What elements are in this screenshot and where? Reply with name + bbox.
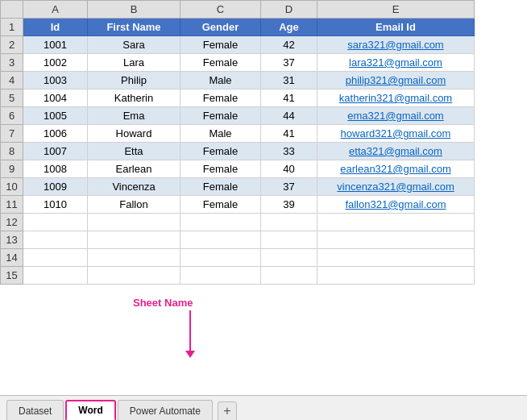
cell-email: katherin321@gmail.com xyxy=(317,89,475,107)
cell-age: 44 xyxy=(261,107,317,125)
arrow-line xyxy=(189,310,191,351)
col-B: B xyxy=(88,1,181,19)
cell-age: 39 xyxy=(261,196,317,214)
cell-age: 37 xyxy=(261,54,317,72)
cell-id: 1010 xyxy=(23,196,88,214)
tab-word[interactable]: Word xyxy=(65,400,115,420)
cell-id: 1001 xyxy=(23,36,88,54)
cell-id: 1003 xyxy=(23,72,88,89)
row-num-10: 10 xyxy=(1,178,23,196)
header-gender: Gender xyxy=(181,19,261,36)
col-E: E xyxy=(317,1,475,19)
cell-age: 41 xyxy=(261,89,317,107)
empty-row: 13 xyxy=(1,231,475,249)
row-num-15: 15 xyxy=(1,267,23,285)
cell-id: 1002 xyxy=(23,54,88,72)
cell-first-name: Ema xyxy=(88,107,181,125)
empty-cell xyxy=(88,249,181,267)
empty-row: 12 xyxy=(1,214,475,231)
empty-cell xyxy=(23,267,88,285)
empty-cell xyxy=(88,267,181,285)
col-C: C xyxy=(181,1,261,19)
empty-cell xyxy=(317,231,475,249)
empty-cell xyxy=(261,214,317,231)
cell-gender: Female xyxy=(181,107,261,125)
row-num-7: 7 xyxy=(1,125,23,143)
table-row: 5 1004 Katherin Female 41 katherin321@gm… xyxy=(1,89,475,107)
cell-first-name: Philip xyxy=(88,72,181,89)
cell-id: 1005 xyxy=(23,107,88,125)
empty-cell xyxy=(181,214,261,231)
empty-row: 15 xyxy=(1,267,475,285)
column-headers-row: A B C D E xyxy=(1,1,475,19)
empty-cell xyxy=(23,231,88,249)
row-num-13: 13 xyxy=(1,231,23,249)
cell-id: 1008 xyxy=(23,160,88,178)
spreadsheet: A B C D E 1 Id First Name Gender Age Ema… xyxy=(0,0,527,395)
tab-power-automate[interactable]: Power Automate xyxy=(118,400,213,420)
row-num-9: 9 xyxy=(1,160,23,178)
cell-id: 1009 xyxy=(23,178,88,196)
cell-age: 37 xyxy=(261,178,317,196)
arrow-head xyxy=(185,351,195,358)
col-D: D xyxy=(261,1,317,19)
empty-cell xyxy=(261,231,317,249)
cell-id: 1004 xyxy=(23,89,88,107)
cell-email: earlean321@gmail.com xyxy=(317,160,475,178)
cell-gender: Female xyxy=(181,54,261,72)
cell-age: 40 xyxy=(261,160,317,178)
cell-first-name: Sara xyxy=(88,36,181,54)
cell-email: fallon321@gmail.com xyxy=(317,196,475,214)
row-num-6: 6 xyxy=(1,107,23,125)
tab-dataset[interactable]: Dataset xyxy=(6,400,64,420)
cell-gender: Male xyxy=(181,125,261,143)
empty-cell xyxy=(181,249,261,267)
row-num-11: 11 xyxy=(1,196,23,214)
empty-row: 14 xyxy=(1,249,475,267)
annotation-label: Sheet Name xyxy=(133,297,222,309)
table-row: 4 1003 Philip Male 31 philip321@gmail.co… xyxy=(1,72,475,89)
cell-gender: Female xyxy=(181,89,261,107)
table-row: 10 1009 Vincenza Female 37 vincenza321@g… xyxy=(1,178,475,196)
empty-cell xyxy=(181,231,261,249)
cell-email: etta321@gmail.com xyxy=(317,143,475,160)
row-num-12: 12 xyxy=(1,214,23,231)
cell-gender: Female xyxy=(181,178,261,196)
cell-first-name: Katherin xyxy=(88,89,181,107)
sheet-tabs-bar: Dataset Word Power Automate + xyxy=(0,395,527,420)
cell-first-name: Howard xyxy=(88,125,181,143)
cell-gender: Female xyxy=(181,36,261,54)
cell-gender: Female xyxy=(181,160,261,178)
empty-cell xyxy=(181,267,261,285)
empty-cell xyxy=(88,231,181,249)
row-num-5: 5 xyxy=(1,89,23,107)
cell-gender: Male xyxy=(181,72,261,89)
table-row: 6 1005 Ema Female 44 ema321@gmail.com xyxy=(1,107,475,125)
row-num-3: 3 xyxy=(1,54,23,72)
table-row: 8 1007 Etta Female 33 etta321@gmail.com xyxy=(1,143,475,160)
empty-cell xyxy=(261,267,317,285)
cell-email: howard321@gmail.com xyxy=(317,125,475,143)
row-num-2: 2 xyxy=(1,36,23,54)
add-sheet-button[interactable]: + xyxy=(218,401,237,420)
empty-cell xyxy=(23,249,88,267)
cell-id: 1006 xyxy=(23,125,88,143)
cell-age: 41 xyxy=(261,125,317,143)
row-num-4: 4 xyxy=(1,72,23,89)
table-row: 2 1001 Sara Female 42 sara321@gmail.com xyxy=(1,36,475,54)
empty-cell xyxy=(317,214,475,231)
cell-age: 42 xyxy=(261,36,317,54)
cell-email: sara321@gmail.com xyxy=(317,36,475,54)
cell-email: philip321@gmail.com xyxy=(317,72,475,89)
cell-age: 31 xyxy=(261,72,317,89)
row-num-1: 1 xyxy=(1,19,23,36)
cell-email: vincenza321@gmail.com xyxy=(317,178,475,196)
row-num-8: 8 xyxy=(1,143,23,160)
cell-first-name: Vincenza xyxy=(88,178,181,196)
cell-first-name: Fallon xyxy=(88,196,181,214)
empty-cell xyxy=(317,267,475,285)
table-row: 7 1006 Howard Male 41 howard321@gmail.co… xyxy=(1,125,475,143)
table-row: 9 1008 Earlean Female 40 earlean321@gmai… xyxy=(1,160,475,178)
header-id: Id xyxy=(23,19,88,36)
corner-header xyxy=(1,1,23,19)
